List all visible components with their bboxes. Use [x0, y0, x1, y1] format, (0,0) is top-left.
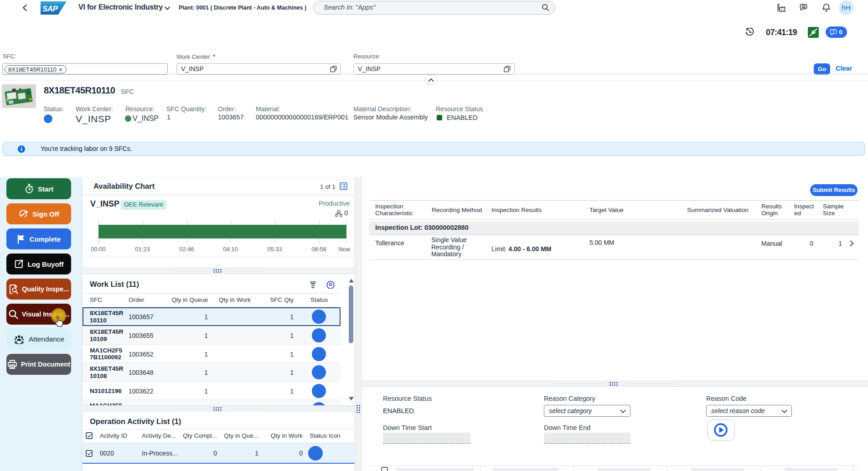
svg-text:SAP: SAP — [42, 5, 58, 13]
